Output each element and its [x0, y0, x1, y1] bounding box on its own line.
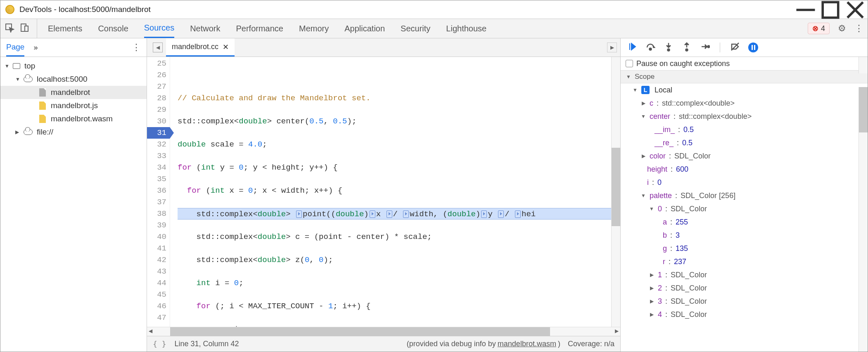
- local-badge-icon: L: [641, 86, 650, 94]
- pause-on-caught-row[interactable]: Pause on caught exceptions: [621, 57, 868, 70]
- devtools-icon: [5, 5, 14, 14]
- tab-memory[interactable]: Memory: [299, 19, 329, 38]
- debug-marker-icon: [370, 210, 375, 218]
- cursor-position: Line 31, Column 42: [175, 340, 239, 348]
- tab-console[interactable]: Console: [98, 19, 128, 38]
- step-into-button[interactable]: [664, 42, 674, 54]
- var-palette-0-a[interactable]: a: 255: [621, 215, 868, 229]
- var-color[interactable]: ▶color: SDL_Color: [621, 149, 868, 163]
- debugger-panel: Pause on caught exceptions ▼Scope ▼LLoca…: [621, 38, 868, 352]
- svg-point-7: [650, 48, 652, 50]
- tree-file-scheme[interactable]: ▶file://: [0, 125, 147, 139]
- var-palette-0[interactable]: ▼0: SDL_Color: [621, 202, 868, 215]
- pause-indicator-icon[interactable]: [748, 43, 758, 52]
- tab-performance[interactable]: Performance: [236, 19, 284, 38]
- window-minimize-button[interactable]: [793, 0, 818, 19]
- var-palette-0-g[interactable]: g: 135: [621, 242, 868, 255]
- debug-marker-icon: [481, 210, 487, 218]
- cloud-icon: [24, 76, 33, 82]
- nav-forward-button[interactable]: ▶: [607, 43, 617, 52]
- step-over-button[interactable]: [645, 42, 655, 54]
- var-center-im[interactable]: __im_: 0.5: [621, 123, 868, 136]
- var-c[interactable]: ▶c: std::complex<double>: [621, 97, 868, 110]
- var-palette-3[interactable]: ▶3: SDL_Color: [621, 295, 868, 308]
- window-icon: [13, 63, 20, 69]
- debug-marker-icon: [515, 210, 521, 218]
- scope-local[interactable]: ▼LLocal: [621, 83, 868, 97]
- deactivate-breakpoints-button[interactable]: [730, 42, 740, 54]
- checkbox[interactable]: [626, 60, 633, 67]
- pretty-print-icon[interactable]: { }: [153, 340, 166, 348]
- window-title: DevTools - localhost:5000/mandelbrot: [19, 5, 151, 14]
- window-close-button[interactable]: [843, 0, 868, 19]
- line-gutter[interactable]: 252627282930 31 323334353637383940414243…: [147, 57, 170, 327]
- var-i[interactable]: i: 0: [621, 176, 868, 189]
- tree-top[interactable]: ▼top: [0, 59, 147, 73]
- debug-marker-icon: [403, 210, 409, 218]
- file-icon: [39, 102, 46, 110]
- titlebar: DevTools - localhost:5000/mandelbrot: [0, 0, 868, 19]
- var-center[interactable]: ▼center: std::complex<double>: [621, 110, 868, 123]
- window-maximize-button[interactable]: [818, 0, 843, 19]
- step-out-button[interactable]: [682, 42, 692, 54]
- settings-icon[interactable]: ⚙: [838, 23, 846, 34]
- var-palette[interactable]: ▼palette: SDL_Color [256]: [621, 189, 868, 202]
- tab-sources[interactable]: Sources: [144, 19, 174, 38]
- editor-tab-mandelbrot[interactable]: mandelbrot.cc✕: [166, 38, 235, 57]
- file-icon: [39, 88, 46, 97]
- coverage-status: Coverage: n/a: [568, 340, 614, 348]
- tab-application[interactable]: Application: [344, 19, 385, 38]
- scope-top-scrollbar[interactable]: [859, 57, 868, 73]
- tree-host[interactable]: ▼localhost:5000: [0, 73, 147, 86]
- svg-rect-1: [823, 2, 838, 18]
- error-icon: ⊗: [812, 24, 818, 33]
- device-toolbar-icon[interactable]: [19, 23, 29, 34]
- editor-tab-bar: ◀ mandelbrot.cc✕ ▶: [147, 38, 620, 57]
- var-palette-0-r[interactable]: r: 237: [621, 255, 868, 268]
- debugger-toolbar: [621, 38, 868, 57]
- nav-back-button[interactable]: ◀: [153, 43, 163, 52]
- tree-file-mandelbrot-wasm[interactable]: mandelbrot.wasm: [0, 112, 147, 125]
- more-menu-icon[interactable]: ⋮: [854, 23, 863, 34]
- sidebar-more-tabs-icon[interactable]: »: [33, 43, 38, 52]
- debug-info-link[interactable]: mandelbrot.wasm: [498, 340, 556, 348]
- sidebar-menu-icon[interactable]: ⋮: [132, 42, 141, 53]
- svg-point-10: [708, 45, 710, 47]
- file-tree: ▼top ▼localhost:5000 mandelbrot mandelbr…: [0, 57, 147, 141]
- error-count: 4: [821, 24, 825, 33]
- editor-status-bar: { } Line 31, Column 42 (provided via deb…: [147, 336, 620, 352]
- breakpoint-marker[interactable]: 31: [147, 127, 170, 139]
- var-palette-1[interactable]: ▶1: SDL_Color: [621, 268, 868, 281]
- tree-file-mandelbrot[interactable]: mandelbrot: [0, 86, 147, 99]
- main-toolbar: Elements Console Sources Network Perform…: [0, 19, 868, 38]
- navigator-sidebar: Page » ⋮ ▼top ▼localhost:5000 mandelbrot…: [0, 38, 147, 352]
- var-palette-0-b[interactable]: b: 3: [621, 229, 868, 242]
- tab-lighthouse[interactable]: Lighthouse: [446, 19, 486, 38]
- inspect-element-icon[interactable]: [5, 23, 14, 34]
- sidebar-tab-page[interactable]: Page: [6, 38, 24, 57]
- tree-file-mandelbrot-js[interactable]: mandelbrot.js: [0, 99, 147, 112]
- tab-elements[interactable]: Elements: [48, 19, 82, 38]
- cloud-icon: [24, 129, 33, 135]
- resume-button[interactable]: [627, 42, 637, 54]
- debug-marker-icon: [296, 210, 302, 218]
- error-count-badge[interactable]: ⊗4: [808, 23, 830, 34]
- scope-section-header[interactable]: ▼Scope: [621, 70, 868, 83]
- var-palette-4[interactable]: ▶4: SDL_Color: [621, 308, 868, 321]
- code-area[interactable]: 252627282930 31 323334353637383940414243…: [147, 57, 620, 327]
- step-button[interactable]: [700, 42, 710, 54]
- scope-scrollbar[interactable]: [859, 87, 868, 352]
- var-center-re[interactable]: __re_: 0.5: [621, 136, 868, 149]
- svg-rect-6: [25, 26, 28, 31]
- close-tab-icon[interactable]: ✕: [223, 43, 229, 52]
- vertical-scrollbar[interactable]: [611, 57, 620, 327]
- svg-point-9: [686, 49, 688, 51]
- var-height[interactable]: height: 600: [621, 163, 868, 176]
- svg-point-8: [668, 49, 670, 51]
- tab-security[interactable]: Security: [401, 19, 430, 38]
- tab-network[interactable]: Network: [190, 19, 220, 38]
- code-content[interactable]: // Calculate and draw the Mandelbrot set…: [170, 57, 620, 327]
- horizontal-scrollbar[interactable]: ◀▶: [147, 327, 620, 336]
- panel-tabs: Elements Console Sources Network Perform…: [37, 19, 486, 38]
- var-palette-2[interactable]: ▶2: SDL_Color: [621, 281, 868, 295]
